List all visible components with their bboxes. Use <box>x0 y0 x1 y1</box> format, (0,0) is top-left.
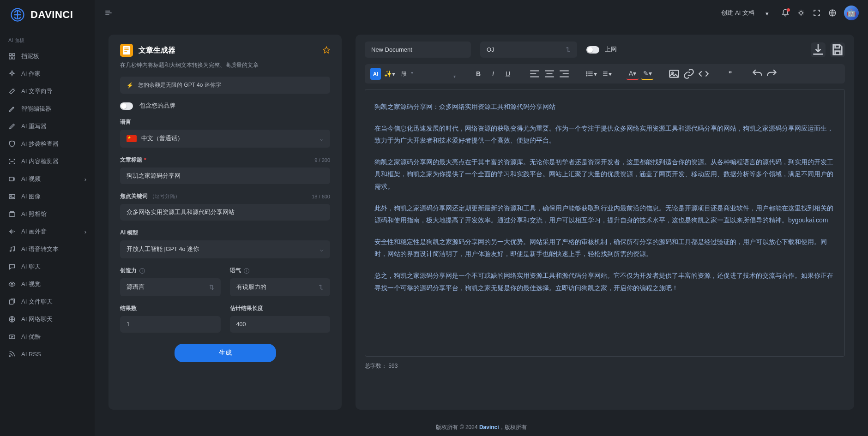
font-select[interactable] <box>430 72 458 75</box>
model-value: 开放人工智能 |GPT 4o 迷你 <box>127 245 199 253</box>
sidebar-item-16[interactable]: AI 优酷 <box>0 328 95 346</box>
list-ul-icon[interactable]: ▾ <box>585 68 597 80</box>
video-icon <box>8 175 16 183</box>
sidebar-item-label: AI 照相馆 <box>21 210 47 218</box>
svg-rect-4 <box>12 57 15 59</box>
sidebar-item-4[interactable]: AI 重写器 <box>0 118 95 135</box>
results-input[interactable] <box>127 321 214 328</box>
wand-icon <box>8 88 16 95</box>
model-select[interactable]: 开放人工智能 |GPT 4o 迷你 ⌵ <box>120 240 330 258</box>
sidebar-item-2[interactable]: AI 文章向导 <box>0 83 95 100</box>
editor-body[interactable]: 狗凯之家源码分享网：众多网络实用资源工具和源代码分享网站在当今信息化迅速发展的时… <box>365 89 845 357</box>
photo-icon <box>8 210 16 218</box>
menu-toggle-icon[interactable] <box>104 8 113 18</box>
sidebar-item-1[interactable]: AI 作家 <box>0 65 95 83</box>
sidebar-item-label: AI 语音转文本 <box>21 245 59 253</box>
sidebar-item-label: AI 画外音 <box>21 227 47 236</box>
svg-rect-13 <box>10 300 13 304</box>
svg-rect-8 <box>9 213 15 217</box>
sidebar-item-11[interactable]: AI 语音转文本 <box>0 240 95 258</box>
quote-icon[interactable]: ❞ <box>724 68 736 80</box>
magic-wand-icon[interactable]: ✨▾ <box>384 68 396 80</box>
redo-icon[interactable] <box>766 68 778 80</box>
avatar[interactable]: 🤖 <box>844 6 859 20</box>
editor-paragraph: 总之，狗凯之家源码分享网是一个不可或缺的网络实用资源工具和源代码分享网站。它不仅… <box>374 269 835 294</box>
keywords-input[interactable] <box>127 209 324 215</box>
net-label: 上网 <box>605 46 617 54</box>
list-ol-icon[interactable]: ▾ <box>600 68 612 80</box>
brand-toggle[interactable] <box>120 102 133 110</box>
sidebar-item-6[interactable]: AI 内容检测器 <box>0 153 95 170</box>
logo[interactable]: Davinci <box>0 0 95 32</box>
rss-icon <box>8 350 16 358</box>
link-icon[interactable] <box>683 68 695 80</box>
bolt-icon: ⚡ <box>127 82 133 89</box>
sidebar-item-8[interactable]: AI 图像 <box>0 188 95 205</box>
svg-point-23 <box>586 72 587 72</box>
article-title-input[interactable] <box>127 173 324 179</box>
sidebar-item-7[interactable]: AI 视频› <box>0 170 95 188</box>
net-toggle[interactable] <box>586 46 599 54</box>
chevron-right-icon: › <box>84 228 86 235</box>
language-label: 语言 <box>120 118 330 126</box>
align-center-icon[interactable] <box>543 68 555 80</box>
fullscreen-icon[interactable] <box>813 9 821 17</box>
sparkle-icon <box>8 70 16 78</box>
sun-icon[interactable] <box>797 9 805 17</box>
highlight-button[interactable]: ✎▾ <box>641 68 653 80</box>
sidebar-item-0[interactable]: 挡泥板 <box>0 48 95 65</box>
language-select[interactable]: 中文（普通话） ⌵ <box>120 130 330 148</box>
footer-brand[interactable]: Davinci <box>479 424 499 430</box>
italic-button[interactable]: I <box>487 68 499 80</box>
sidebar-item-17[interactable]: AI RSS <box>0 346 95 362</box>
doc-name-input[interactable] <box>365 42 471 58</box>
undo-icon[interactable] <box>751 68 763 80</box>
bold-button[interactable]: B <box>472 68 484 80</box>
align-left-icon[interactable] <box>529 68 541 80</box>
svg-rect-22 <box>124 51 127 52</box>
tool-description: 在几秒钟内将标题和大纲文本转换为完整、高质量的文章 <box>120 61 330 69</box>
sidebar-item-label: AI 聊天 <box>21 263 41 271</box>
align-right-icon[interactable] <box>558 68 570 80</box>
image-icon[interactable] <box>668 68 680 80</box>
bell-icon[interactable] <box>781 9 790 17</box>
svg-rect-21 <box>124 49 128 50</box>
info-icon[interactable]: i <box>244 268 249 274</box>
sidebar-item-5[interactable]: AI 抄袭检查器 <box>0 135 95 153</box>
length-input[interactable] <box>236 321 324 328</box>
sidebar-item-9[interactable]: AI 照相馆 <box>0 205 95 223</box>
tone-select[interactable]: 有说服力的⇅ <box>230 278 331 296</box>
star-icon[interactable] <box>323 46 330 55</box>
code-icon[interactable] <box>698 68 710 80</box>
globe-icon[interactable] <box>828 9 837 17</box>
underline-button[interactable]: U <box>502 68 514 80</box>
workspace-select[interactable]: OJ⇅ <box>480 42 577 58</box>
sidebar-item-label: 挡泥板 <box>21 52 39 60</box>
sidebar-item-label: AI 抄袭检查器 <box>21 140 59 148</box>
create-doc-button[interactable]: 创建 AI 文档 ▾ <box>718 6 774 20</box>
editor-paragraph: 在当今信息化迅速发展的时代，网络资源的获取变得尤为重要。作为一个专注于提供众多网… <box>374 122 835 147</box>
creativity-select[interactable]: 源语言⇅ <box>120 278 221 296</box>
music-icon <box>8 245 16 253</box>
sidebar-item-15[interactable]: AI 网络聊天 <box>0 311 95 328</box>
ai-button[interactable]: AI <box>370 68 381 80</box>
font-color-button[interactable]: A▾ <box>627 68 639 80</box>
sidebar-item-3[interactable]: 智能编辑器 <box>0 100 95 118</box>
sidebar-item-14[interactable]: AI 文件聊天 <box>0 293 95 311</box>
svg-rect-5 <box>9 177 13 181</box>
notification-dot <box>787 8 790 12</box>
shield-icon <box>8 140 16 148</box>
save-button[interactable] <box>830 42 845 57</box>
editor-paragraph: 狗凯之家源码分享网的最大亮点在于其丰富的资源库。无论你是初学者还是资深开发者，这… <box>374 156 835 193</box>
download-button[interactable] <box>811 42 826 57</box>
info-icon[interactable]: i <box>139 268 145 274</box>
chevron-down-icon: ⌵ <box>320 135 324 142</box>
generate-button[interactable]: 生成 <box>175 344 276 362</box>
paragraph-select[interactable]: 段 <box>398 69 415 79</box>
results-label: 结果数 <box>120 305 221 312</box>
sidebar-item-label: AI 优酷 <box>21 333 41 341</box>
svg-point-25 <box>586 75 587 76</box>
sidebar-item-10[interactable]: AI 画外音› <box>0 223 95 240</box>
sidebar-item-12[interactable]: AI 聊天 <box>0 258 95 275</box>
sidebar-item-13[interactable]: AI 视觉 <box>0 275 95 293</box>
